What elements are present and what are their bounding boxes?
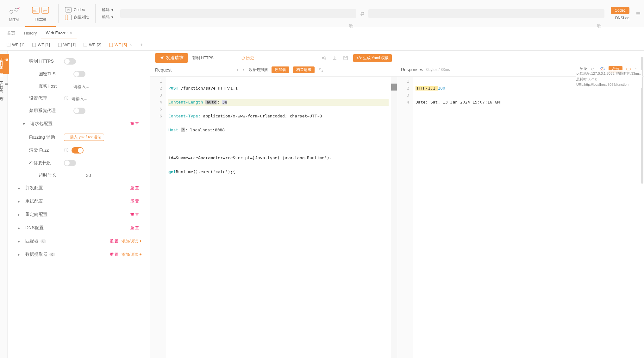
file-icon xyxy=(6,43,11,47)
codec-label: Codec xyxy=(74,8,85,12)
clock-icon: ◷ xyxy=(241,55,245,60)
svg-rect-8 xyxy=(65,15,68,20)
ribbon-fuzzer[interactable]: Web WS Fuzzer xyxy=(25,0,56,27)
svg-point-0 xyxy=(10,10,13,13)
cfg-render-fuzz: 渲染 Fuzz ⓘ xyxy=(10,144,150,157)
no-fix-len-switch[interactable] xyxy=(64,160,76,166)
reset-button[interactable]: 重 置 xyxy=(130,212,139,217)
encode-input[interactable] xyxy=(368,9,604,18)
request-header: Request ‹ › 数据包扫描 热加载 构造请求 xyxy=(150,65,397,77)
ribbon-compare[interactable]: 数据对比 xyxy=(65,15,89,20)
gutter: 123456 xyxy=(150,77,166,358)
file-tab-wf1a[interactable]: WF-[1] xyxy=(3,39,28,51)
add-tab-button[interactable]: + xyxy=(136,42,147,48)
reset-button[interactable]: 重 置 xyxy=(110,239,118,244)
reset-button[interactable]: 重 置 xyxy=(110,252,118,257)
mitm-icon xyxy=(8,5,20,16)
insert-yak-button[interactable]: + 插入 yak.fuzz 语法 xyxy=(64,134,104,141)
swap-icon[interactable] xyxy=(360,11,365,16)
file-icon xyxy=(109,43,113,47)
close-icon[interactable]: × xyxy=(129,42,132,47)
real-host-input[interactable] xyxy=(73,84,111,89)
gen-yaml-button[interactable]: </> 生成 Yaml 模板 xyxy=(353,54,392,62)
add-debug-button[interactable]: 添加/调试 ✦ xyxy=(122,252,142,257)
code-text[interactable]: POST /function/save HTTP/1.1 Content-Len… xyxy=(166,77,391,358)
svg-rect-10 xyxy=(349,24,352,27)
minimap[interactable] xyxy=(391,77,397,358)
tab-web-fuzzer[interactable]: Web Fuzzer × xyxy=(41,27,76,39)
svg-point-1 xyxy=(15,8,18,11)
share-icon[interactable] xyxy=(321,55,327,61)
svg-rect-17 xyxy=(84,43,87,47)
next-icon[interactable]: › xyxy=(242,67,245,73)
decode-input[interactable] xyxy=(120,9,356,18)
reset-button[interactable]: 重 置 xyxy=(130,199,139,204)
section-dns[interactable]: ▸ DNS配置 重 置 xyxy=(10,221,150,235)
code-text[interactable]: HTTP/1.1 200 Date: Sat, 13 Jan 2024 15:0… xyxy=(413,77,644,358)
compare-label: 数据对比 xyxy=(74,15,89,20)
svg-rect-26 xyxy=(345,56,347,57)
save-icon[interactable] xyxy=(342,55,349,61)
force-https-label[interactable]: 强制 HTTPS xyxy=(192,55,214,61)
svg-rect-15 xyxy=(33,43,36,47)
disable-sys-proxy-switch[interactable] xyxy=(73,108,85,114)
export-icon[interactable] xyxy=(332,55,338,61)
request-editor[interactable]: 123456 POST /function/save HTTP/1.1 Cont… xyxy=(150,77,397,358)
build-request-button[interactable]: 构造请求 xyxy=(293,66,315,73)
section-retry[interactable]: ▸ 重试配置 重 置 xyxy=(10,195,150,208)
file-tab-wf1c[interactable]: WF-[1] xyxy=(54,39,79,51)
reset-button[interactable]: 重 置 xyxy=(130,121,139,127)
prev-icon[interactable]: ‹ xyxy=(236,67,239,73)
section-redirect[interactable]: ▸ 重定向配置 重 置 xyxy=(10,208,150,221)
force-https-switch[interactable] xyxy=(64,58,76,65)
file-tab-wf2[interactable]: WF-[2] xyxy=(80,39,104,51)
editor-toolbar: 发送请求 强制 HTTPS ◷ 历史 </> 生成 Yaml 模板 xyxy=(150,51,397,65)
timeout-value[interactable]: 30 xyxy=(86,173,91,178)
body-row: Fuzzer 配置 Fuzzer 序列 强制 HTTPS 国密TLS 真实Hos… xyxy=(0,51,644,358)
reset-button[interactable]: 重 置 xyxy=(130,185,139,191)
proxy-input[interactable] xyxy=(72,96,109,101)
section-req-pkg[interactable]: ▾ 请求包配置 重 置 xyxy=(10,117,150,130)
close-icon[interactable]: × xyxy=(70,30,72,35)
svg-rect-12 xyxy=(597,24,600,27)
gm-tls-switch[interactable] xyxy=(73,71,85,77)
section-matcher[interactable]: ▸ 匹配器 0 重 置 添加/调试 ✦ xyxy=(10,235,150,248)
ribbon-codec[interactable]: </> Codec xyxy=(65,7,89,13)
file-tab-wf5[interactable]: WF-[5] × xyxy=(106,39,135,51)
svg-point-24 xyxy=(325,59,326,60)
render-fuzz-switch[interactable] xyxy=(72,147,84,154)
ribbon-sep-2 xyxy=(95,4,96,23)
add-debug-button[interactable]: 添加/调试 ✦ xyxy=(122,239,142,244)
expand-icon[interactable] xyxy=(318,67,324,73)
config-panel: 强制 HTTPS 国密TLS 真实Host 设置代理 ⓘ 禁用系统代理 ▾ 请求… xyxy=(8,51,150,358)
info-icon[interactable]: ⓘ xyxy=(64,148,68,153)
cfg-fuzztag: Fuzztag 辅助 + 插入 yak.fuzz 语法 xyxy=(10,130,150,144)
response-info-box: 远端地址:127.0.0.1:8088; 响应时间:33ms; 总耗时:35ms… xyxy=(576,70,642,88)
send-request-button[interactable]: 发送请求 xyxy=(155,53,188,63)
tab-history[interactable]: History xyxy=(20,27,41,39)
section-extractor[interactable]: ▸ 数据提取器 0 重 置 添加/调试 ✦ xyxy=(10,248,150,261)
reset-button[interactable]: 重 置 xyxy=(130,225,139,231)
ribbon-decode[interactable]: 解码 ▾ xyxy=(102,7,113,13)
copy-icon[interactable] xyxy=(596,23,602,29)
response-editor[interactable]: 1234 HTTP/1.1 200 Date: Sat, 13 Jan 2024… xyxy=(397,77,644,358)
tab-home[interactable]: 首页 xyxy=(3,27,20,39)
codec-button[interactable]: Codec xyxy=(611,7,629,14)
file-icon xyxy=(58,43,62,47)
file-tab-wf1b[interactable]: WF-[1] xyxy=(29,39,53,51)
dnslog-link[interactable]: DNSLog xyxy=(615,16,629,20)
chevron-right-icon: ▸ xyxy=(18,225,22,230)
menu-icon[interactable] xyxy=(635,10,641,17)
info-icon[interactable]: ⓘ xyxy=(64,96,68,101)
hot-reload-button[interactable]: 热加载 xyxy=(272,66,289,73)
compare-icon xyxy=(65,15,72,20)
secondary-tabs: 首页 History Web Fuzzer × xyxy=(0,27,644,39)
packet-scan-label[interactable]: 数据包扫描 xyxy=(249,67,268,72)
svg-text:WS: WS xyxy=(43,10,47,13)
copy-icon[interactable] xyxy=(348,23,354,29)
codec-icon: </> xyxy=(65,7,72,13)
ribbon-mitm[interactable]: MITM xyxy=(3,0,25,27)
section-concurrent[interactable]: ▸ 并发配置 重 置 xyxy=(10,181,150,195)
history-link[interactable]: ◷ 历史 xyxy=(241,55,254,61)
ribbon-encode[interactable]: 编码 ▾ xyxy=(102,15,113,20)
